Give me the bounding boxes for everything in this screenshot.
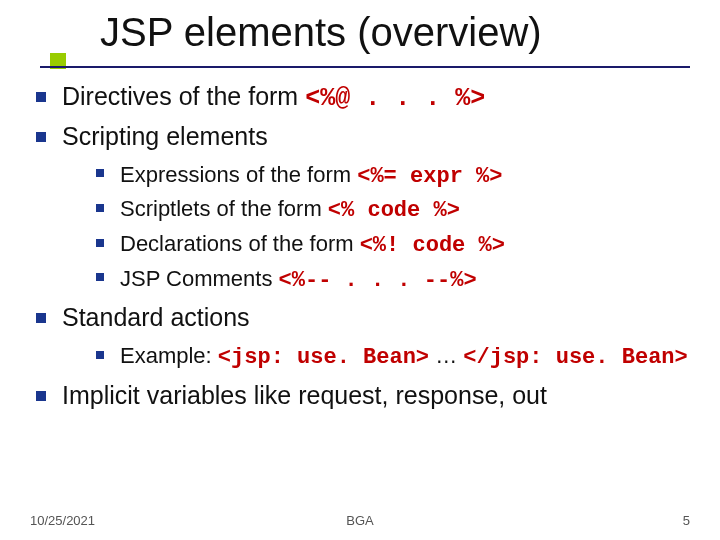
bullet-scripting: Scripting elements Expressions of the fo… <box>30 120 690 296</box>
bullet-text: Expressions of the form <box>120 162 357 187</box>
slide-body: Directives of the form <%@ . . . %> Scri… <box>30 80 690 416</box>
sub-bullet-list: Example: <jsp: use. Bean> … </jsp: use. … <box>62 341 690 373</box>
code-snippet: <jsp: use. Bean> <box>218 345 429 370</box>
bullet-directives: Directives of the form <%@ . . . %> <box>30 80 690 116</box>
slide: JSP elements (overview) Directives of th… <box>0 0 720 540</box>
bullet-text: Implicit variables like request, respons… <box>62 381 547 409</box>
code-snippet: </jsp: use. Bean> <box>463 345 687 370</box>
bullet-text: Directives of the form <box>62 82 305 110</box>
subbullet-scriptlets: Scriptlets of the form <% code %> <box>62 194 690 226</box>
sub-bullet-list: Expressions of the form <%= expr %> Scri… <box>62 160 690 296</box>
bullet-text: JSP Comments <box>120 266 279 291</box>
code-snippet: <%@ . . . %> <box>305 84 485 113</box>
code-snippet: <% code %> <box>328 198 460 223</box>
bullet-text: Scripting elements <box>62 122 268 150</box>
subbullet-declarations: Declarations of the form <%! code %> <box>62 229 690 261</box>
subbullet-example: Example: <jsp: use. Bean> … </jsp: use. … <box>62 341 690 373</box>
footer-center: BGA <box>0 513 720 528</box>
ellipsis: … <box>429 343 463 368</box>
bullet-text: Standard actions <box>62 303 250 331</box>
title-area: JSP elements (overview) <box>0 10 720 55</box>
bullet-text: Scriptlets of the form <box>120 196 328 221</box>
title-underline <box>40 66 690 68</box>
subbullet-expressions: Expressions of the form <%= expr %> <box>62 160 690 192</box>
subbullet-comments: JSP Comments <%-- . . . --%> <box>62 264 690 296</box>
slide-title: JSP elements (overview) <box>100 10 720 55</box>
bullet-implicit-vars: Implicit variables like request, respons… <box>30 379 690 413</box>
bullet-standard-actions: Standard actions Example: <jsp: use. Bea… <box>30 301 690 372</box>
code-snippet: <%= expr %> <box>357 164 502 189</box>
footer: 10/25/2021 BGA 5 <box>0 513 720 528</box>
bullet-list: Directives of the form <%@ . . . %> Scri… <box>30 80 690 412</box>
bullet-text: Example: <box>120 343 218 368</box>
code-snippet: <%! code %> <box>360 233 505 258</box>
code-snippet: <%-- . . . --%> <box>279 268 477 293</box>
bullet-text: Declarations of the form <box>120 231 360 256</box>
